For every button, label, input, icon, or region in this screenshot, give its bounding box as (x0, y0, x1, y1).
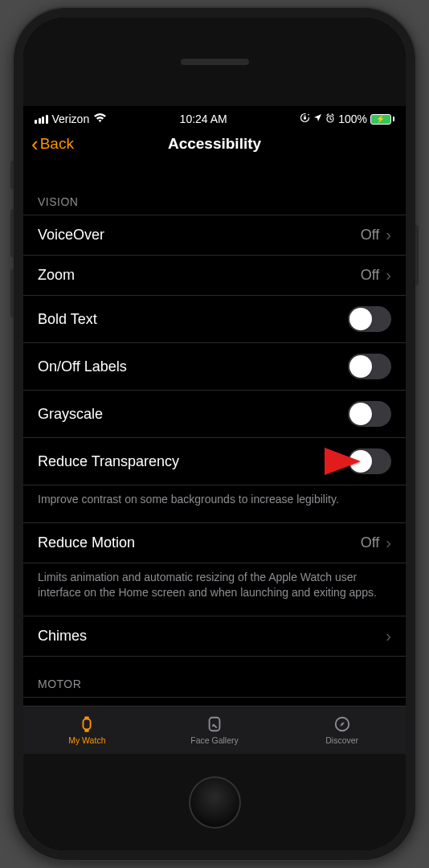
row-label: Reduce Motion (38, 534, 135, 551)
footer-transparency: Improve contrast on some backgrounds to … (23, 485, 406, 522)
bezel-bottom (23, 754, 406, 850)
tab-my-watch[interactable]: My Watch (23, 706, 151, 754)
watch-icon (77, 715, 96, 733)
annotation-arrow-icon (208, 446, 361, 477)
scroll-area[interactable]: VISION VoiceOver Off › Zoom Off › (23, 174, 406, 706)
battery-percent: 100% (338, 113, 367, 125)
row-onoff-labels[interactable]: On/Off Labels (23, 343, 406, 391)
back-label: Back (40, 135, 74, 153)
chevron-right-icon: › (386, 266, 391, 285)
footer-motion: Limits animation and automatic resizing … (23, 563, 406, 616)
section-header-vision: VISION (23, 174, 406, 215)
svg-rect-3 (84, 719, 91, 730)
toggle-reduce-transparency[interactable] (348, 448, 391, 474)
row-label: VoiceOver (38, 227, 104, 244)
wifi-icon (93, 113, 107, 125)
speaker-grille (181, 59, 249, 65)
svg-rect-6 (210, 718, 220, 731)
row-grayscale[interactable]: Grayscale (23, 391, 406, 438)
row-chimes[interactable]: Chimes › (23, 616, 406, 657)
tab-discover[interactable]: Discover (278, 706, 406, 754)
row-zoom[interactable]: Zoom Off › (23, 256, 406, 296)
svg-rect-5 (85, 730, 90, 732)
row-value: Off (361, 267, 380, 284)
chevron-right-icon: › (386, 627, 391, 645)
row-label: Grayscale (38, 406, 103, 423)
back-button[interactable]: ‹ Back (31, 133, 74, 154)
svg-rect-4 (85, 716, 90, 719)
status-right: 100% ⚡ (300, 113, 394, 125)
section-header-motor: MOTOR (23, 657, 406, 697)
phone-frame: Verizon 10:24 AM 100% (14, 8, 415, 860)
row-value: Off (361, 227, 380, 244)
tab-bar: My Watch Face Gallery Discover (23, 706, 406, 754)
rotation-lock-icon (300, 113, 310, 125)
battery-icon: ⚡ (370, 114, 394, 125)
row-label: On/Off Labels (38, 358, 127, 375)
screen: Verizon 10:24 AM 100% (23, 18, 406, 850)
toggle-bold-text[interactable] (348, 306, 391, 332)
toggle-onoff-labels[interactable] (348, 354, 391, 379)
tab-label: Face Gallery (190, 735, 239, 745)
row-reduce-transparency[interactable]: Reduce Transparency (23, 438, 406, 485)
app-content: Verizon 10:24 AM 100% (23, 106, 406, 754)
face-gallery-icon (205, 715, 224, 733)
row-side-button-speed[interactable]: Side Button Click Speed Default › (23, 697, 406, 706)
carrier-label: Verizon (52, 113, 90, 125)
chevron-right-icon: › (386, 534, 391, 552)
row-bold-text[interactable]: Bold Text (23, 296, 406, 343)
row-value: Off (361, 534, 380, 551)
status-time: 10:24 AM (180, 113, 227, 125)
status-left: Verizon (35, 113, 107, 125)
compass-icon (333, 715, 352, 733)
row-label: Bold Text (38, 311, 97, 328)
chevron-left-icon: ‹ (31, 133, 39, 154)
location-icon (313, 113, 322, 125)
tab-face-gallery[interactable]: Face Gallery (151, 706, 279, 754)
row-label: Chimes (38, 628, 87, 645)
chevron-right-icon: › (386, 226, 391, 244)
bezel-top (23, 18, 406, 106)
home-button[interactable] (189, 776, 241, 829)
page-title: Accessibility (23, 135, 406, 153)
row-voiceover[interactable]: VoiceOver Off › (23, 215, 406, 256)
cell-signal-icon (35, 115, 48, 124)
status-bar: Verizon 10:24 AM 100% (23, 106, 406, 129)
row-label: Reduce Transparency (38, 453, 179, 470)
svg-rect-1 (304, 117, 306, 120)
row-reduce-motion[interactable]: Reduce Motion Off › (23, 522, 406, 563)
alarm-icon (325, 113, 335, 125)
row-label: Zoom (38, 267, 75, 284)
toggle-grayscale[interactable] (348, 401, 391, 427)
nav-bar: ‹ Back Accessibility (23, 129, 406, 166)
tab-label: Discover (325, 735, 358, 745)
tab-label: My Watch (68, 735, 105, 745)
